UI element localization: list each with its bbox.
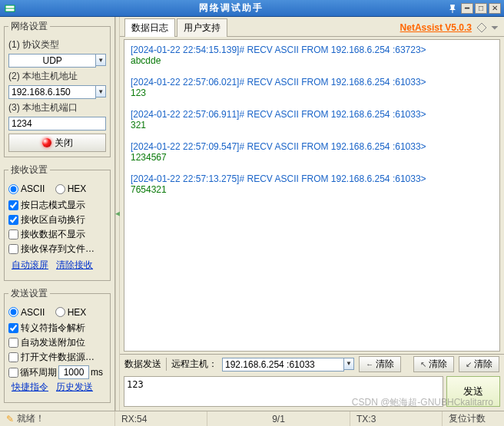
status-bar: ✎就绪！ RX:54 9/1 TX:3 复位计数 — [0, 411, 504, 426]
tab-bar: 数据日志 用户支持 NetAssist V5.0.3 ⏷ — [120, 17, 504, 37]
status-ready: 就绪！ — [17, 412, 45, 425]
host-label: (2) 本地主机地址 — [8, 70, 106, 83]
ready-icon: ✎ — [6, 414, 14, 424]
auto-append-checkbox[interactable] — [8, 338, 18, 348]
arrow-up-icon: ↖ — [420, 360, 426, 368]
log-meta: [2024-01-22 22:57:06.911]# RECV ASCII FR… — [131, 109, 493, 120]
content-area: 数据日志 用户支持 NetAssist V5.0.3 ⏷ [2024-01-22… — [120, 17, 504, 411]
tab-data-log[interactable]: 数据日志 — [124, 18, 175, 37]
log-meta: [2024-01-22 22:57:06.021]# RECV ASCII FR… — [131, 77, 493, 88]
arrow-down-icon: ↙ — [466, 360, 472, 368]
loop-period-checkbox[interactable] — [8, 368, 18, 378]
recv-hex-radio[interactable] — [55, 184, 65, 194]
recv-settings-group: 接收设置 ASCII HEX 按日志模式显示 接收区自动换行 接收数据不显示 接… — [4, 163, 111, 281]
send-area: 发送 — [120, 374, 504, 411]
recv-savefile-checkbox[interactable] — [8, 244, 18, 254]
recv-logmode-checkbox[interactable] — [8, 200, 18, 210]
data-log-area[interactable]: [2024-01-22 22:54:15.139]# RECV ASCII FR… — [124, 39, 500, 352]
loop-period-input[interactable] — [58, 365, 89, 379]
window-title: 网络调试助手 — [199, 2, 264, 15]
host-dropdown-icon[interactable]: ▼ — [96, 85, 106, 97]
protocol-select[interactable] — [8, 54, 96, 68]
window-titlebar: 网络调试助手 ━ □ ✕ — [0, 0, 504, 17]
log-data: abcdde — [131, 55, 493, 66]
log-meta: [2024-01-22 22:54:15.139]# RECV ASCII FR… — [131, 45, 493, 55]
log-data: 123 — [131, 88, 493, 98]
remote-host-label: 远程主机： — [171, 358, 217, 371]
send-textarea[interactable] — [124, 376, 443, 407]
log-data: 321 — [131, 120, 493, 130]
version-link[interactable]: NetAssist V5.0.3 — [400, 22, 472, 33]
remote-dropdown-icon[interactable]: ▼ — [344, 358, 354, 370]
autoscroll-link[interactable]: 自动滚屏 — [12, 259, 48, 272]
pin-tab-icon[interactable]: ⏷ — [490, 22, 499, 33]
tab-support[interactable]: 用户支持 — [177, 18, 227, 37]
status-tx: TX:3 — [350, 411, 443, 426]
send-header: 数据发送 远程主机： ▼ ←清除 ↖清除 ↙清除 — [120, 354, 504, 374]
port-input[interactable] — [8, 117, 106, 130]
recv-autowrap-checkbox[interactable] — [8, 215, 18, 225]
recv-hide-checkbox[interactable] — [8, 230, 18, 239]
port-label: (3) 本地主机端口 — [8, 101, 106, 114]
open-file-checkbox[interactable] — [8, 352, 18, 362]
close-connection-button[interactable]: 关闭 — [8, 134, 106, 152]
app-icon — [5, 3, 15, 14]
status-reset[interactable]: 复位计数 — [443, 411, 504, 426]
minimize-button[interactable]: ━ — [461, 3, 473, 14]
protocol-label: (1) 协议类型 — [8, 38, 106, 51]
host-input[interactable] — [8, 85, 96, 99]
pin-icon[interactable] — [447, 3, 458, 14]
network-settings-group: 网络设置 (1) 协议类型 ▼ (2) 本地主机地址 ▼ (3) 本地主机端口 … — [4, 20, 111, 157]
network-settings-legend: 网络设置 — [8, 20, 50, 33]
maximize-button[interactable]: □ — [475, 3, 487, 14]
sidebar: 网络设置 (1) 协议类型 ▼ (2) 本地主机地址 ▼ (3) 本地主机端口 … — [0, 17, 115, 411]
history-send-link[interactable]: 历史发送 — [56, 381, 93, 394]
clear-down-button[interactable]: ↙清除 — [459, 356, 499, 372]
protocol-dropdown-icon[interactable]: ▼ — [96, 54, 106, 66]
diamond-icon[interactable] — [476, 22, 487, 33]
data-send-label: 数据发送 — [124, 358, 167, 371]
clear-up-button[interactable]: ↖清除 — [413, 356, 454, 372]
send-ascii-radio[interactable] — [8, 307, 18, 317]
send-settings-legend: 发送设置 — [8, 287, 50, 300]
recv-settings-legend: 接收设置 — [8, 163, 50, 177]
close-window-button[interactable]: ✕ — [489, 3, 501, 14]
send-settings-group: 发送设置 ASCII HEX 转义符指令解析 自动发送附加位 打开文件数据源… … — [4, 287, 111, 404]
clear-recv-link[interactable]: 清除接收 — [56, 259, 93, 272]
log-data: 1234567 — [131, 152, 493, 163]
quick-cmd-link[interactable]: 快捷指令 — [12, 381, 48, 394]
send-button[interactable]: 发送 — [446, 376, 500, 407]
loop-unit: ms — [91, 367, 103, 378]
clear-remote-button[interactable]: ←清除 — [359, 356, 401, 372]
log-data: 7654321 — [131, 184, 493, 195]
escape-parse-checkbox[interactable] — [8, 323, 18, 333]
status-counter: 9/1 — [207, 411, 350, 426]
record-icon — [42, 138, 51, 147]
status-rx: RX:54 — [115, 411, 207, 426]
log-meta: [2024-01-22 22:57:13.275]# RECV ASCII FR… — [131, 173, 493, 184]
arrow-left-icon: ← — [366, 360, 373, 368]
loop-period-label: 循环周期 — [20, 366, 57, 379]
close-button-label: 关闭 — [55, 137, 73, 150]
recv-ascii-radio[interactable] — [8, 184, 18, 194]
log-meta: [2024-01-22 22:57:09.547]# RECV ASCII FR… — [131, 141, 493, 152]
send-hex-radio[interactable] — [55, 307, 65, 317]
remote-host-input[interactable] — [222, 358, 344, 372]
